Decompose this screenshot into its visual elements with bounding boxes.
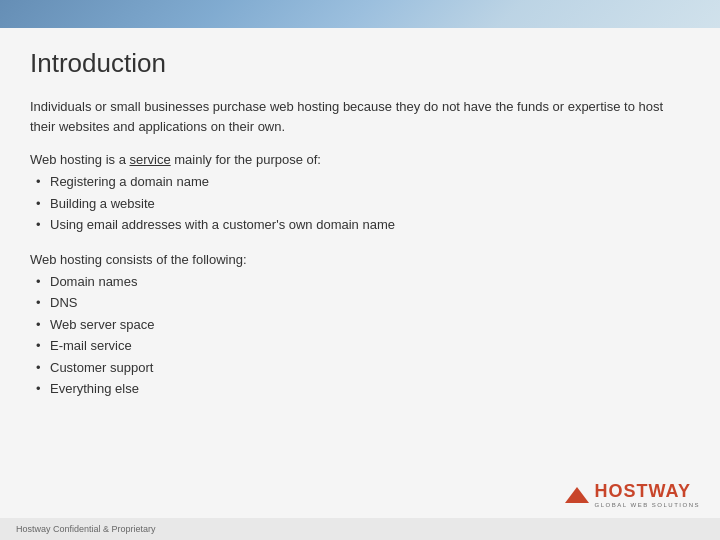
main-content: Introduction Individuals or small busine… — [0, 28, 720, 518]
logo-icon — [563, 485, 591, 507]
logo-text: HOSTWAY — [595, 481, 691, 502]
list-item: E-mail service — [30, 335, 690, 357]
list-item: Domain names — [30, 271, 690, 293]
section1-label-start: Web hosting is a — [30, 152, 129, 167]
header-bg — [0, 0, 720, 28]
logo-text-block: HOSTWAY GLOBAL WEB SOLUTIONS — [595, 481, 700, 510]
intro-paragraph: Individuals or small businesses purchase… — [30, 97, 690, 136]
section1-label: Web hosting is a service mainly for the … — [30, 152, 690, 167]
list-item: DNS — [30, 292, 690, 314]
section1-label-underline: service — [129, 152, 170, 167]
list-item: Using email addresses with a customer's … — [30, 214, 690, 236]
list-item: Customer support — [30, 357, 690, 379]
footer-confidential: Hostway Confidential & Proprietary — [16, 524, 156, 534]
logo-tagline: GLOBAL WEB SOLUTIONS — [595, 502, 700, 510]
footer: Hostway Confidential & Proprietary — [0, 518, 720, 540]
list-item: Building a website — [30, 193, 690, 215]
page-title: Introduction — [30, 48, 690, 79]
section1-label-end: mainly for the purpose of: — [171, 152, 321, 167]
list-item: Web server space — [30, 314, 690, 336]
logo-container: HOSTWAY GLOBAL WEB SOLUTIONS — [563, 481, 700, 510]
section1-bullet-list: Registering a domain name Building a web… — [30, 171, 690, 236]
list-item: Everything else — [30, 378, 690, 400]
section2-label: Web hosting consists of the following: — [30, 252, 690, 267]
list-item: Registering a domain name — [30, 171, 690, 193]
section2-bullet-list: Domain names DNS Web server space E-mail… — [30, 271, 690, 400]
svg-marker-0 — [565, 487, 589, 503]
